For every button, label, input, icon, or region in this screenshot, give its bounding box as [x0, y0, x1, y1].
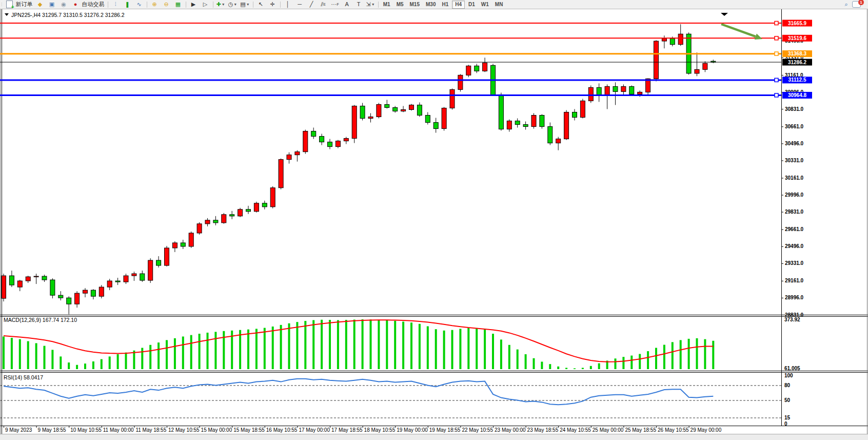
candle: [287, 155, 291, 160]
candle: [425, 116, 430, 123]
svg-text:29496.0: 29496.0: [785, 243, 804, 249]
auto-scroll-button[interactable]: ▶: [188, 1, 199, 8]
candle: [540, 116, 544, 127]
svg-text:0: 0: [784, 421, 787, 427]
candle: [197, 224, 202, 233]
zoom-out-button[interactable]: ⊖: [161, 1, 172, 8]
macd-histogram-bar: [427, 326, 429, 369]
candle: [213, 220, 218, 223]
candle: [654, 41, 659, 79]
tab-m5[interactable]: M5: [394, 1, 406, 8]
templates-button[interactable]: ▤▼: [239, 1, 250, 8]
arrows-tool[interactable]: ⇲▼: [365, 1, 376, 8]
tab-mn[interactable]: MN: [492, 1, 506, 8]
tab-m30[interactable]: M30: [423, 1, 438, 8]
crosshair-tool-button[interactable]: ✛: [267, 1, 278, 8]
candle: [328, 142, 332, 147]
macd-histogram-bar: [345, 320, 347, 369]
macd-histogram-bar: [500, 339, 502, 369]
hline-handle[interactable]: [775, 22, 778, 25]
periods-button[interactable]: ◷▼: [227, 1, 239, 8]
candle: [75, 293, 80, 304]
candle: [605, 86, 609, 95]
cursor-tool-button[interactable]: ↖: [255, 1, 266, 8]
candle: [270, 188, 275, 207]
svg-text:9 May 2023: 9 May 2023: [5, 427, 32, 433]
terminal-icon[interactable]: ▣: [47, 1, 57, 8]
vertical-line-tool[interactable]: │: [283, 1, 293, 8]
macd-histogram-bar: [288, 323, 290, 369]
macd-histogram-bar: [92, 361, 94, 369]
candle: [401, 109, 406, 111]
chart-shift-button[interactable]: ▷: [200, 1, 211, 8]
candle: [140, 274, 145, 280]
new-order-button[interactable]: +: [4, 1, 15, 8]
candle: [580, 101, 585, 117]
chart-canvas[interactable]: 31496.031331.031161.030996.030831.030661…: [0, 0, 868, 440]
candle: [336, 141, 340, 147]
bar-chart-button[interactable]: ⫶: [110, 1, 121, 8]
macd-histogram-bar: [157, 342, 160, 369]
text-label-tool[interactable]: T: [353, 1, 364, 8]
tab-d1[interactable]: D1: [466, 1, 478, 8]
candle: [638, 92, 642, 94]
hline-handle[interactable]: [775, 36, 778, 40]
candle: [181, 243, 185, 246]
hline-handle[interactable]: [775, 78, 778, 82]
horizontal-line-tool[interactable]: ─: [294, 1, 305, 8]
macd-histogram-bar: [402, 321, 404, 369]
candle: [450, 89, 455, 108]
separator: [108, 2, 108, 8]
candle: [107, 281, 112, 287]
fibonacci-tool[interactable]: ⋯F: [330, 1, 341, 8]
autotrade-icon[interactable]: ●: [70, 1, 81, 8]
tab-m1[interactable]: M1: [381, 1, 393, 8]
candle: [189, 233, 193, 246]
candle: [548, 127, 553, 143]
macd-histogram-bar: [27, 341, 29, 369]
candle: [9, 276, 14, 285]
equidistant-channel-tool[interactable]: ⫽E: [318, 1, 329, 8]
hline-handle[interactable]: [775, 93, 778, 97]
svg-text:19 May 18:55: 19 May 18:55: [429, 427, 461, 433]
macd-histogram-bar: [353, 319, 356, 369]
candle: [670, 39, 675, 45]
tab-h1[interactable]: H1: [439, 1, 451, 8]
macd-histogram-bar: [117, 354, 119, 369]
signal-icon[interactable]: ◉: [58, 1, 69, 8]
tab-w1[interactable]: W1: [479, 1, 491, 8]
svg-text:30331.0: 30331.0: [785, 158, 804, 163]
new-order-label[interactable]: 新订单: [16, 1, 33, 8]
search-icon[interactable]: ⌕: [841, 1, 852, 8]
autotrade-label[interactable]: 自动交易: [82, 1, 105, 8]
hline-handle[interactable]: [775, 52, 778, 55]
candle: [115, 281, 120, 282]
svg-text:31665.9: 31665.9: [788, 21, 807, 26]
macd-histogram-bar: [133, 351, 135, 369]
macd-histogram-bar: [615, 358, 617, 369]
macd-histogram-bar: [68, 362, 70, 369]
macd-histogram-bar: [630, 356, 633, 369]
gold-icon[interactable]: ◆: [35, 1, 46, 8]
tab-m15[interactable]: M15: [407, 1, 422, 8]
separator: [280, 2, 281, 8]
text-tool[interactable]: A: [342, 1, 352, 8]
svg-text:19 May 00:00: 19 May 00:00: [397, 427, 428, 433]
svg-text:23 May 18:55: 23 May 18:55: [527, 427, 559, 433]
macd-histogram-bar: [410, 322, 412, 369]
svg-text:26 May 10:55: 26 May 10:55: [658, 427, 689, 433]
macd-histogram-bar: [549, 364, 551, 369]
trendline-tool[interactable]: ╱: [306, 1, 317, 8]
svg-text:29161.0: 29161.0: [785, 278, 804, 283]
candle: [132, 274, 136, 276]
tab-h4[interactable]: H4: [452, 1, 465, 9]
macd-histogram-bar: [76, 365, 78, 369]
zoom-in-button[interactable]: ⊕: [149, 1, 160, 8]
notifications-icon[interactable]: 1: [852, 1, 861, 8]
macd-histogram-bar: [394, 321, 396, 369]
line-chart-button[interactable]: ∿: [134, 1, 145, 8]
candlestick-chart-button[interactable]: ❚: [122, 1, 133, 8]
indicators-button[interactable]: ✚▼: [215, 1, 226, 8]
tile-windows-button[interactable]: ▦: [173, 1, 184, 8]
separator: [253, 2, 253, 8]
